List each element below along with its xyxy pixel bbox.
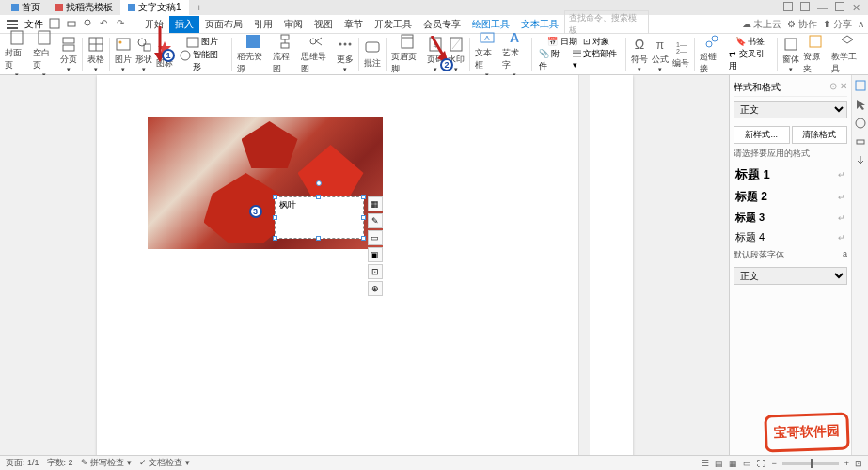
tab-document[interactable]: 文字文稿1 xyxy=(120,0,189,15)
zoom-out-button[interactable]: − xyxy=(771,459,776,468)
hyperlink-button[interactable]: 超链接 xyxy=(699,33,725,75)
view-fullscreen-icon[interactable]: ⛶ xyxy=(757,459,765,468)
style-heading-1[interactable]: 标题 1↵ xyxy=(734,164,847,186)
tab-view[interactable]: 视图 xyxy=(308,16,339,33)
object-button[interactable]: ⊡ 对象 xyxy=(583,36,610,48)
tab-review[interactable]: 审阅 xyxy=(278,16,308,33)
window-grid-icon[interactable] xyxy=(783,2,793,11)
header-footer-button[interactable]: 页眉页脚 xyxy=(390,33,424,75)
tab-templates[interactable]: 找稻壳模板 xyxy=(48,0,120,15)
print-icon[interactable] xyxy=(66,18,79,31)
zoom-slider[interactable] xyxy=(782,462,839,465)
collab-button[interactable]: ⚙ 协作 xyxy=(787,18,817,31)
resize-handle-r[interactable] xyxy=(361,215,366,220)
view-web-icon[interactable]: ▤ xyxy=(715,459,723,468)
rotate-handle[interactable] xyxy=(316,180,322,186)
teaching-tools-button[interactable]: 教学工具 xyxy=(830,33,864,75)
status-spellcheck[interactable]: ✎ 拼写检查 ▾ xyxy=(81,457,132,469)
cloud-status[interactable]: ☁ 未上云 xyxy=(742,18,782,31)
status-page[interactable]: 页面: 1/1 xyxy=(6,457,39,469)
tool-select-icon[interactable] xyxy=(854,98,867,111)
window-minimize-icon[interactable]: — xyxy=(817,2,828,14)
resize-handle-br[interactable] xyxy=(361,236,366,241)
blank-page-button[interactable]: 空白页▾ xyxy=(32,29,58,79)
tab-developer[interactable]: 开发工具 xyxy=(369,16,418,33)
tab-start[interactable]: 开始 xyxy=(139,16,169,33)
tab-insert[interactable]: 插入 xyxy=(169,16,199,33)
inserted-image[interactable]: 枫叶 ▦ ✎ ▭ ▣ ⊡ ⊕ xyxy=(148,117,383,249)
style-heading-3[interactable]: 标题 3↵ xyxy=(734,208,847,227)
page-break-button[interactable]: 分页▾ xyxy=(59,36,78,73)
bookmark-button[interactable]: 🔖 书签 xyxy=(735,36,765,48)
float-outline-button[interactable]: ▭ xyxy=(368,230,383,245)
zoom-in-button[interactable]: + xyxy=(844,459,849,468)
attachment-button[interactable]: 📎 附件 xyxy=(539,48,567,72)
textbox-button[interactable]: A文本框▾ xyxy=(474,29,500,79)
tab-page-layout[interactable]: 页面布局 xyxy=(199,16,248,33)
flowchart-button[interactable]: 流程图 xyxy=(272,33,298,75)
panel-close-icon[interactable]: ✕ xyxy=(840,81,847,91)
symbol-button[interactable]: Ω符号▾ xyxy=(630,36,649,73)
tool-backup-icon[interactable] xyxy=(854,154,867,167)
float-more-button[interactable]: ⊡ xyxy=(368,264,383,279)
zoom-fit-button[interactable]: ⊡ xyxy=(855,459,862,468)
status-words[interactable]: 字数: 2 xyxy=(47,457,73,469)
docer-button[interactable]: 稻壳资源 xyxy=(236,33,270,75)
text-box[interactable]: 枫叶 xyxy=(275,196,364,239)
more-button[interactable]: 更多▾ xyxy=(336,36,355,73)
resize-handle-tr[interactable] xyxy=(361,195,366,199)
date-button[interactable]: 📅 日期 xyxy=(547,36,577,48)
tab-member[interactable]: 会员专享 xyxy=(418,16,466,33)
float-layout-button[interactable]: ▦ xyxy=(368,196,383,212)
float-fill-button[interactable]: ✎ xyxy=(368,213,383,228)
vertical-scrollbar[interactable] xyxy=(578,75,590,455)
tool-styles-icon[interactable] xyxy=(854,79,867,92)
mindmap-button[interactable]: 思维导图 xyxy=(300,33,334,75)
doc-parts-button[interactable]: ▤ 文档部件▾ xyxy=(573,48,620,72)
panel-pin-icon[interactable]: ⊙ xyxy=(829,81,837,91)
preview-icon[interactable] xyxy=(83,18,96,31)
document-page[interactable]: 枫叶 ▦ ✎ ▭ ▣ ⊡ ⊕ xyxy=(97,75,633,455)
status-doc-check[interactable]: ✓ 文档检查 ▾ xyxy=(139,457,190,469)
view-outline-icon[interactable]: ☰ xyxy=(702,459,709,468)
numbering-button[interactable]: 1—2—编号 xyxy=(671,39,690,70)
new-style-button[interactable]: 新样式... xyxy=(734,126,790,144)
resize-handle-t[interactable] xyxy=(316,195,321,199)
cover-page-button[interactable]: 封面页▾ xyxy=(4,29,30,79)
equation-button[interactable]: π公式▾ xyxy=(651,36,670,73)
resize-handle-b[interactable] xyxy=(316,236,321,241)
collapse-ribbon-icon[interactable]: ∧ xyxy=(858,19,864,29)
comment-button[interactable]: 批注 xyxy=(363,39,382,70)
tool-shape-icon[interactable] xyxy=(854,117,867,130)
style-heading-2[interactable]: 标题 2↵ xyxy=(734,186,847,208)
picture-button[interactable]: 图片▾ xyxy=(114,36,133,73)
resize-handle-l[interactable] xyxy=(273,215,277,220)
pic-icon[interactable] xyxy=(186,36,199,49)
window-apps-icon[interactable] xyxy=(800,2,810,11)
canvas-area[interactable]: 枫叶 ▦ ✎ ▭ ▣ ⊡ ⊕ xyxy=(0,75,729,455)
resource-clip-button[interactable]: 资源夹 xyxy=(802,33,829,75)
style-heading-4[interactable]: 标题 4↵ xyxy=(734,227,847,247)
tab-references[interactable]: 引用 xyxy=(248,16,278,33)
smart-icon[interactable] xyxy=(179,49,191,62)
bottom-style-select[interactable]: 正文 xyxy=(734,267,847,285)
wordart-button[interactable]: A艺术字▾ xyxy=(501,29,528,79)
view-print-icon[interactable]: ▦ xyxy=(729,459,737,468)
resize-handle-tl[interactable] xyxy=(273,195,277,199)
tab-home[interactable]: 首页 xyxy=(4,0,48,15)
view-read-icon[interactable]: ▭ xyxy=(743,459,751,468)
tab-chapter[interactable]: 章节 xyxy=(339,16,369,33)
undo-icon[interactable]: ↶ xyxy=(100,18,113,31)
window-close-icon[interactable]: ✕ xyxy=(852,2,860,14)
share-button[interactable]: ⬆ 分享 xyxy=(823,18,852,31)
current-style-select[interactable]: 正文 xyxy=(734,101,847,118)
tool-limit-icon[interactable] xyxy=(854,135,867,149)
clear-format-button[interactable]: 清除格式 xyxy=(792,126,848,144)
redo-icon[interactable]: ↷ xyxy=(117,18,130,31)
shapes-button[interactable]: 形状▾ xyxy=(134,36,153,73)
float-wrap-button[interactable]: ▣ xyxy=(368,247,383,262)
resize-handle-bl[interactable] xyxy=(273,236,277,241)
float-expand-button[interactable]: ⊕ xyxy=(368,281,383,296)
new-tab-button[interactable]: + xyxy=(189,2,210,13)
window-maximize-icon[interactable] xyxy=(835,2,844,11)
